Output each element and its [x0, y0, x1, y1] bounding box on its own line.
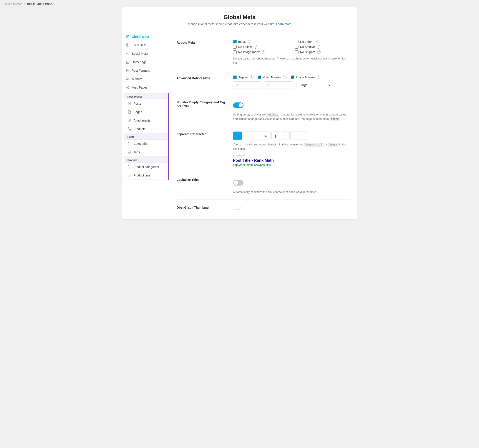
share-icon	[126, 52, 130, 56]
tag-icon	[127, 173, 131, 177]
noindex-empty-toggle[interactable]	[233, 103, 244, 108]
sidebar-item-label: Social Meta	[132, 52, 148, 55]
no-index-help-icon[interactable]: ?	[314, 40, 318, 43]
sidebar-item-pages[interactable]: Pages	[124, 108, 168, 116]
checkbox-no-image-index[interactable]	[233, 50, 237, 54]
checkbox-no-index[interactable]	[295, 40, 299, 43]
opengraph-thumbnail-button[interactable]	[233, 206, 240, 210]
svg-point-18	[129, 130, 129, 130]
users-icon	[126, 77, 130, 81]
capitalize-titles-label: Capitalize Titles	[177, 177, 229, 194]
circle-dash-icon	[126, 85, 130, 89]
product-label: Product:	[124, 156, 168, 163]
capitalize-titles-description: Automatically capitalize the first chara…	[233, 190, 350, 194]
checkbox-no-follow-label: No Follow	[238, 45, 252, 49]
page-icon	[127, 110, 131, 114]
snippet-value-input[interactable]	[233, 81, 261, 89]
clip-icon	[127, 118, 131, 123]
svg-line-6	[127, 53, 128, 53]
index-help-icon[interactable]: ?	[248, 40, 251, 43]
file-icon	[126, 69, 130, 72]
sep-btn-em-dash[interactable]: —	[252, 131, 261, 140]
noindex-empty-section: Noindex Empty Category and Tag Archives …	[177, 94, 350, 126]
image-preview-help-icon[interactable]: ?	[317, 76, 320, 79]
sep-btn-dash[interactable]: -	[233, 131, 242, 140]
sidebar-item-social-meta[interactable]: Social Meta	[122, 50, 170, 58]
separator-code1: %separator%	[304, 143, 324, 147]
sep-btn-en-dash[interactable]: –	[243, 131, 251, 140]
sidebar-item-label: Global Meta	[132, 35, 149, 39]
learn-more-link[interactable]: Learn more	[276, 22, 292, 26]
sidebar-item-tags[interactable]: Tags	[124, 148, 168, 156]
checkbox-video-preview[interactable]	[258, 76, 261, 79]
post-types-label: Post Types:	[124, 93, 168, 99]
checkbox-no-index-row: No Index ?	[295, 40, 350, 43]
checkbox-index-label: Index	[238, 40, 246, 43]
svg-point-1	[127, 45, 128, 45]
breadcrumb: DASHBOARD / SEO TITLES & META	[0, 0, 479, 7]
sep-btn-pipe[interactable]: |	[271, 131, 280, 140]
sidebar-item-label: Attachments	[133, 119, 151, 122]
sidebar-item-authors[interactable]: Authors	[122, 75, 170, 83]
index-code: index	[330, 117, 340, 121]
no-archive-help-icon[interactable]: ?	[317, 45, 320, 49]
noindex-code: noindex	[266, 113, 279, 117]
sidebar-item-label: Product tags	[133, 174, 151, 177]
checkbox-index[interactable]	[233, 40, 237, 43]
image-preview-select[interactable]: Large Standard None	[297, 81, 331, 89]
no-image-index-help-icon[interactable]: ?	[262, 50, 265, 54]
checkbox-no-follow[interactable]	[233, 45, 237, 49]
sep-btn-bullet[interactable]: •	[281, 131, 290, 140]
gear-icon	[126, 35, 130, 39]
checkbox-no-image-index-row: No Image Index ?	[233, 50, 288, 54]
no-snippet-help-icon[interactable]: ?	[317, 50, 321, 54]
capitalize-titles-toggle[interactable]	[233, 180, 244, 186]
checkbox-video-preview-label: Video Preview	[263, 76, 281, 79]
sidebar-item-post-formats[interactable]: Post Formats	[122, 66, 170, 75]
checkbox-no-index-label: No Index	[300, 40, 312, 43]
sidebar-item-misc-pages[interactable]: Misc Pages	[122, 83, 170, 92]
video-preview-value-input[interactable]	[265, 81, 293, 89]
robots-meta-label: Robots Meta	[177, 40, 229, 65]
checkbox-image-preview-row: Image Preview ?	[291, 76, 320, 79]
sidebar: Global Meta Local SEO Social Meta	[122, 30, 170, 219]
sidebar-item-product-tags[interactable]: Product tags	[124, 171, 168, 180]
page-description: Change Global meta settings that take ef…	[127, 22, 353, 26]
preview-url: http://rank-math.local/post-title	[233, 163, 350, 167]
breadcrumb-separator: /	[24, 2, 25, 5]
opengraph-thumbnail-section: OpenGraph Thumbnail	[177, 200, 350, 215]
sidebar-item-label: Product categories	[133, 165, 159, 169]
folder-icon	[127, 165, 131, 169]
checkbox-no-snippet[interactable]	[295, 50, 299, 54]
svg-point-11	[127, 78, 128, 79]
sidebar-item-label: Products	[133, 127, 146, 131]
checkbox-snippet[interactable]	[233, 76, 237, 79]
checkbox-no-snippet-label: No Snippet	[300, 50, 315, 54]
svg-point-3	[126, 53, 127, 54]
sidebar-item-product-categories[interactable]: Product categories	[124, 163, 168, 171]
svg-point-2	[128, 52, 129, 53]
checkbox-no-archive[interactable]	[295, 45, 299, 49]
checkbox-no-follow-row: No Follow ?	[233, 45, 288, 49]
capitalize-titles-section: Capitalize Titles Automatically capitali…	[177, 172, 350, 200]
sidebar-item-label: Posts	[133, 102, 141, 105]
sidebar-item-homepage[interactable]: Homepage	[122, 58, 170, 66]
sidebar-item-attachments[interactable]: Attachments	[124, 116, 168, 125]
sidebar-item-local-seo[interactable]: Local SEO	[122, 41, 170, 50]
sidebar-item-posts[interactable]: Posts	[124, 99, 168, 108]
sep-btn-guillemet[interactable]: »	[262, 131, 270, 140]
snippet-help-icon[interactable]: ?	[250, 76, 253, 79]
sidebar-item-categories[interactable]: Categories	[124, 140, 168, 148]
sidebar-item-products[interactable]: Products	[124, 125, 168, 133]
advanced-robots-section: Advanced Robots Meta Snippet ? Video Pre…	[177, 70, 350, 94]
checkbox-image-preview[interactable]	[291, 76, 294, 79]
separator-description: You can use the separator character in t…	[233, 142, 350, 151]
checkbox-snippet-label: Snippet	[238, 76, 248, 79]
sidebar-item-global-meta[interactable]: Global Meta	[122, 32, 170, 41]
sep-custom-input[interactable]	[290, 131, 308, 140]
checkbox-no-snippet-row: No Snippet ?	[295, 50, 350, 54]
video-preview-help-icon[interactable]: ?	[283, 76, 286, 79]
no-follow-help-icon[interactable]: ?	[254, 45, 257, 49]
checkbox-video-preview-row: Video Preview ?	[258, 76, 287, 79]
sidebar-item-label: Authors	[132, 77, 142, 81]
